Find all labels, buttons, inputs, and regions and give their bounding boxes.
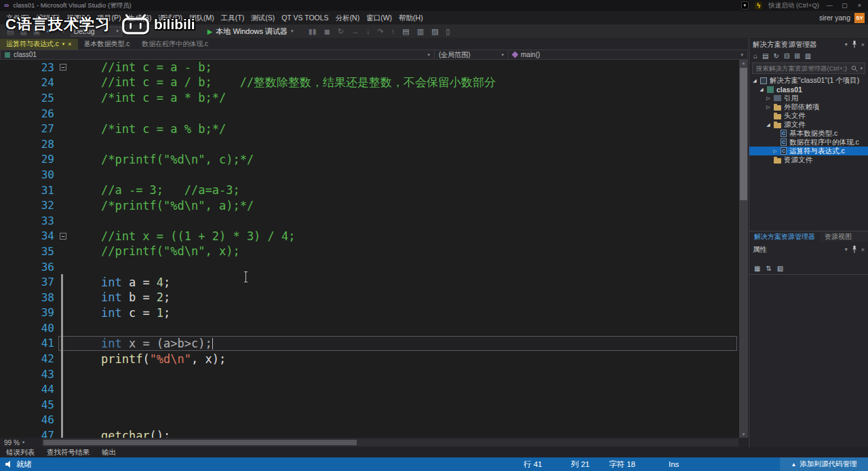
collapse-region-icon[interactable]: −: [60, 233, 66, 240]
line-number[interactable]: 47: [0, 429, 54, 438]
solution-explorer-icon[interactable]: ▤: [402, 28, 409, 35]
code-text[interactable]: int b = 2;: [73, 290, 170, 304]
gutter-margin[interactable]: [54, 183, 73, 198]
user-name[interactable]: sirer yang: [819, 14, 850, 22]
tree-item-0[interactable]: ◢解决方案"class01"(1 个项目): [749, 76, 868, 85]
gutter-margin[interactable]: [54, 366, 73, 382]
menu-item-6[interactable]: 团队(M): [186, 11, 218, 24]
line-number[interactable]: 27: [0, 122, 54, 135]
navigate-forward-icon[interactable]: ↷: [58, 28, 64, 35]
properties-window-icon[interactable]: ▥: [417, 28, 424, 35]
menu-item-9[interactable]: QT VS TOOLS: [278, 11, 332, 24]
save-all-icon[interactable]: ▣: [33, 28, 40, 35]
line-number[interactable]: 44: [0, 383, 54, 396]
quick-launch-label[interactable]: 快速启动 (Ctrl+Q): [768, 1, 819, 10]
gutter-margin[interactable]: [54, 259, 73, 275]
tree-item-7[interactable]: C数据在程序中的体现.c: [749, 138, 868, 147]
open-file-icon[interactable]: ▦: [20, 28, 26, 35]
tree-item-1[interactable]: ◢class01: [749, 85, 868, 94]
gutter-margin[interactable]: [54, 290, 73, 305]
tree-item-6[interactable]: C基本数据类型.c: [749, 129, 868, 138]
restore-button[interactable]: ▢: [840, 2, 849, 9]
document-tab-1[interactable]: 基本数据类型.c: [78, 39, 136, 50]
line-number[interactable]: 29: [0, 153, 54, 166]
gutter-margin[interactable]: −: [54, 229, 73, 244]
gutter-margin[interactable]: [54, 336, 73, 352]
expanded-icon[interactable]: ◢: [766, 122, 771, 128]
project-dropdown[interactable]: class01 ▾: [0, 50, 435, 60]
expanded-icon[interactable]: ◢: [759, 87, 764, 92]
line-number[interactable]: 38: [0, 291, 54, 304]
break-all-icon[interactable]: ▮▮: [309, 28, 317, 35]
code-text[interactable]: int a = 4;: [73, 276, 170, 289]
gutter-margin[interactable]: [54, 274, 73, 290]
code-text[interactable]: //a -= 3; //a=a-3;: [73, 183, 240, 197]
member-dropdown[interactable]: main() ▾: [508, 50, 748, 60]
horizontal-scrollbar[interactable]: [42, 438, 738, 447]
gutter-margin[interactable]: [54, 121, 73, 136]
code-text[interactable]: //printf("%d\n", x);: [73, 244, 240, 258]
collapse-all-icon[interactable]: ⊟: [784, 52, 789, 60]
chevron-down-icon[interactable]: ▾: [860, 66, 863, 71]
menu-item-1[interactable]: 编辑(E): [33, 11, 63, 24]
solution-search-input[interactable]: [755, 64, 849, 73]
gutter-margin[interactable]: [54, 106, 73, 121]
menu-item-10[interactable]: 分析(N): [332, 11, 363, 24]
gutter-margin[interactable]: [54, 152, 73, 168]
line-number[interactable]: 25: [0, 92, 54, 105]
tree-item-5[interactable]: ◢源文件: [749, 120, 868, 129]
step-out-icon[interactable]: ↑: [391, 28, 395, 35]
user-avatar[interactable]: SY: [854, 13, 865, 23]
show-next-statement-icon[interactable]: →: [351, 28, 359, 35]
scroll-down-icon[interactable]: ▾: [739, 432, 748, 437]
menu-item-8[interactable]: 测试(S): [248, 11, 278, 24]
gutter-margin[interactable]: −: [54, 60, 73, 75]
gutter-margin[interactable]: [54, 244, 73, 259]
stop-debugging-icon[interactable]: ◼: [324, 28, 330, 35]
home-icon[interactable]: ⌂: [753, 52, 757, 60]
new-project-icon[interactable]: ▤: [7, 28, 14, 35]
gutter-margin[interactable]: [54, 90, 73, 106]
collapse-region-icon[interactable]: −: [60, 64, 66, 71]
panel-menu-icon[interactable]: ▾: [845, 41, 848, 48]
code-text[interactable]: /*int c = a * b;*/: [73, 91, 226, 105]
menu-item-12[interactable]: 帮助(H): [395, 11, 427, 24]
scope-dropdown[interactable]: (全局范围) ▾: [434, 50, 509, 60]
collapsed-icon[interactable]: ▷: [772, 149, 778, 154]
line-number[interactable]: 41: [0, 337, 54, 350]
collapsed-icon[interactable]: ▷: [766, 105, 771, 110]
player-dropdown-icon[interactable]: ▾: [741, 1, 749, 10]
menu-item-2[interactable]: 视图(V): [63, 11, 94, 24]
bottom-panel-tab-0[interactable]: 错误列表: [0, 448, 41, 457]
start-debug-button[interactable]: ▶ 本地 Windows 调试器 ▾: [208, 26, 294, 37]
menu-item-3[interactable]: 项目(P): [94, 11, 124, 24]
categorized-icon[interactable]: ▦: [754, 265, 760, 272]
gutter-margin[interactable]: [54, 320, 73, 336]
tree-item-8[interactable]: ▷C运算符与表达式.c: [749, 147, 868, 155]
menu-item-11[interactable]: 窗口(W): [363, 11, 395, 24]
gutter-margin[interactable]: [54, 428, 73, 438]
gutter-margin[interactable]: [54, 381, 73, 397]
line-number[interactable]: 35: [0, 245, 54, 258]
gutter-margin[interactable]: [54, 75, 73, 91]
code-text[interactable]: printf("%d\n", x);: [73, 352, 226, 366]
line-number[interactable]: 26: [0, 107, 54, 120]
line-number[interactable]: 34: [0, 229, 54, 242]
line-number[interactable]: 30: [0, 168, 54, 181]
close-icon[interactable]: ×: [861, 246, 865, 253]
line-number[interactable]: 40: [0, 322, 54, 335]
property-pages-icon[interactable]: ▧: [777, 265, 783, 272]
tab-close-icon[interactable]: ×: [68, 41, 71, 48]
minimize-button[interactable]: —: [825, 2, 834, 9]
menu-item-7[interactable]: 工具(T): [218, 11, 248, 24]
document-tab-0[interactable]: 运算符与表达式.c▾×: [0, 39, 78, 50]
code-text[interactable]: /*int c = a % b;*/: [73, 122, 226, 136]
tree-item-4[interactable]: 头文件: [749, 111, 868, 120]
expanded-icon[interactable]: ◢: [752, 78, 757, 83]
gutter-margin[interactable]: [54, 197, 73, 213]
configuration-select[interactable]: Debug ▾: [71, 26, 122, 37]
code-text[interactable]: //int x = ((1 + 2) * 3) / 4;: [73, 229, 296, 243]
scrollbar-thumb[interactable]: [740, 68, 747, 200]
show-all-files-icon[interactable]: ⊞: [794, 52, 800, 60]
line-number[interactable]: 39: [0, 306, 54, 319]
